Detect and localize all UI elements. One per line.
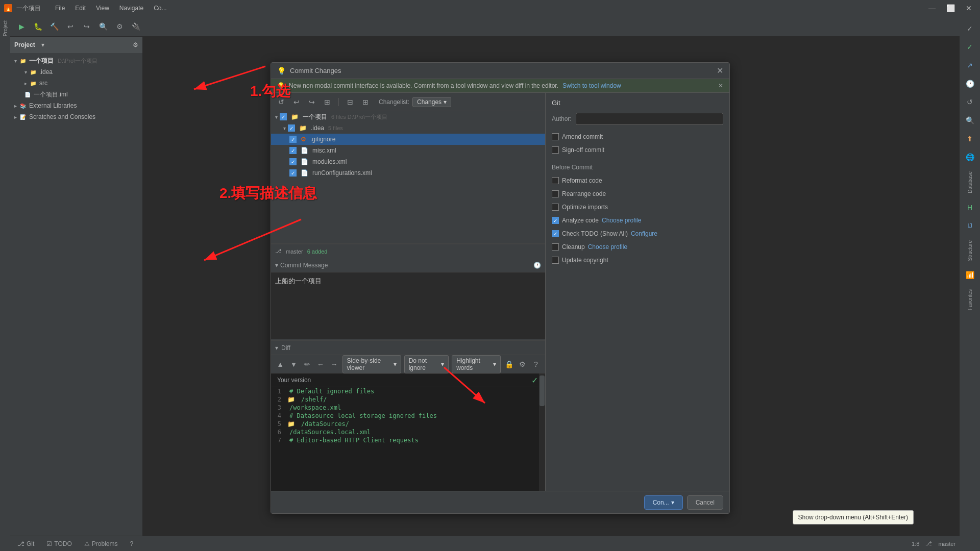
tree-item-external[interactable]: ▸ 📚 External Libraries (10, 100, 142, 111)
git-bottom-item[interactable]: ⎇ Git (14, 539, 37, 548)
rt-favorites-label[interactable]: Favorites (967, 285, 973, 314)
rt-arrow-icon[interactable]: ↗ (962, 57, 978, 73)
diff-line-content-6: /dataSources.local.xml (285, 429, 371, 436)
collapse-button[interactable]: ⊞ (359, 96, 372, 108)
group-button[interactable]: ⊞ (321, 96, 333, 108)
tree-item-scratches[interactable]: ▸ 📝 Scratches and Consoles (10, 111, 142, 122)
diff-scrollbar[interactable] (539, 373, 545, 491)
commit-message-info-icon[interactable]: 🕐 (533, 262, 541, 269)
diff-lock-button[interactable]: 🔒 (504, 358, 514, 370)
expand-button[interactable]: ⊟ (344, 96, 356, 108)
diff-scrollbar-thumb[interactable] (540, 375, 545, 406)
toolbar-redo-icon[interactable]: ↪ (80, 19, 94, 34)
changes-modules-item[interactable]: ✓ 📄 modules.xml (271, 156, 545, 167)
menu-edit[interactable]: Edit (71, 4, 90, 13)
analyze-checkbox[interactable]: ✓ (552, 217, 559, 224)
refresh-button[interactable]: ↺ (275, 96, 287, 108)
todo-checkbox[interactable]: ✓ (552, 230, 559, 237)
switch-to-tool-window-link[interactable]: Switch to tool window (562, 82, 621, 89)
notification-close-button[interactable]: ✕ (718, 82, 723, 89)
toolbar-settings-icon[interactable]: ⚙ (112, 19, 127, 34)
changes-idea-item[interactable]: ▾ ✓ 📁 .idea 5 files (271, 122, 545, 134)
signoff-commit-checkbox[interactable] (552, 146, 559, 154)
diff-ignore-dropdown[interactable]: Do not ignore ▾ (404, 355, 449, 373)
menu-co[interactable]: Co... (150, 4, 170, 13)
tree-item-src[interactable]: ▸ 📁 src (10, 78, 142, 89)
help-bottom-item[interactable]: ? (127, 539, 136, 548)
diff-next-button[interactable]: → (329, 358, 339, 370)
rt-up-icon[interactable]: ⬆ (962, 131, 978, 147)
rt-check1-icon[interactable]: ✓ (962, 20, 978, 37)
diff-your-version-label: Your version (271, 373, 545, 387)
diff-settings-button[interactable]: ⚙ (517, 358, 527, 370)
problems-bottom-item[interactable]: ⚠ Problems (81, 539, 121, 548)
diff-help-button[interactable]: ? (531, 358, 541, 370)
menu-view[interactable]: View (92, 4, 113, 13)
diff-edit-button[interactable]: ✏ (302, 358, 312, 370)
minimize-button[interactable]: — (925, 3, 939, 13)
rt-intellij-icon[interactable]: IJ (962, 218, 978, 234)
close-button[interactable]: ✕ (962, 3, 976, 13)
tree-item-iml[interactable]: 📄 一个项目.iml (10, 89, 142, 100)
rt-wifi-icon[interactable]: 📶 (962, 267, 978, 283)
rearrange-checkbox[interactable] (552, 190, 559, 197)
dialog-close-button[interactable]: ✕ (717, 66, 723, 76)
menu-navigate[interactable]: Navigate (115, 4, 148, 13)
rt-search-icon[interactable]: 🔍 (962, 112, 978, 129)
cleanup-profile-link[interactable]: Choose profile (588, 243, 627, 251)
changes-modules-checkbox[interactable]: ✓ (289, 158, 297, 165)
analyze-profile-link[interactable]: Choose profile (602, 217, 641, 224)
tree-folder-src-icon: 📁 (30, 81, 36, 86)
changes-root-item[interactable]: ▾ ✓ 📁 一个项目 6 files D:\Pro\一个项目 (271, 111, 545, 122)
toolbar-undo-icon[interactable]: ↩ (63, 19, 78, 34)
tree-item-root[interactable]: ▾ 📁 一个项目 D:\Pro\一个项目 (10, 55, 142, 66)
rt-h-icon[interactable]: H (962, 199, 978, 216)
diff-up-button[interactable]: ▲ (275, 358, 285, 370)
changes-idea-checkbox[interactable]: ✓ (288, 124, 295, 132)
toolbar-debug-icon[interactable]: 🐛 (31, 19, 45, 34)
diff-down-button[interactable]: ▼ (288, 358, 299, 370)
changelist-dropdown[interactable]: Changes ▾ (412, 97, 451, 107)
toolbar-build-icon[interactable]: 🔨 (47, 19, 61, 34)
rt-globe-icon[interactable]: 🌐 (962, 149, 978, 165)
rt-structure-label[interactable]: Structure (967, 236, 973, 265)
left-project-label[interactable]: Project (3, 20, 8, 36)
tree-file-iml-icon: 📄 (24, 92, 31, 97)
cleanup-checkbox[interactable] (552, 243, 559, 251)
toolbar-search-icon[interactable]: 🔍 (96, 19, 110, 34)
todo-bottom-item[interactable]: ☑ TODO (43, 539, 75, 548)
redo-button[interactable]: ↪ (306, 96, 318, 108)
rt-check2-icon[interactable]: ✓ (962, 39, 978, 55)
changes-root-checkbox[interactable]: ✓ (280, 113, 287, 120)
project-settings-icon[interactable]: ⚙ (133, 41, 138, 48)
diff-viewer-dropdown[interactable]: Side-by-side viewer ▾ (342, 355, 401, 373)
author-input[interactable] (576, 113, 723, 125)
changes-gitignore-item[interactable]: ✓ ⚙ .gitignore (271, 134, 545, 145)
changes-misc-item[interactable]: ✓ 📄 misc.xml (271, 145, 545, 156)
changes-misc-checkbox[interactable]: ✓ (289, 147, 297, 154)
tree-item-idea[interactable]: ▾ 📁 .idea (10, 66, 142, 78)
cancel-button[interactable]: Cancel (687, 495, 723, 510)
commit-message-header[interactable]: ▾ Commit Message 🕐 (271, 258, 545, 272)
copyright-checkbox[interactable] (552, 257, 559, 264)
changes-gitignore-checkbox[interactable]: ✓ (289, 136, 297, 143)
rt-clock-icon[interactable]: 🕐 (962, 76, 978, 92)
commit-button[interactable]: Con... ▾ (644, 495, 683, 510)
toolbar-run-icon[interactable]: ▶ (14, 19, 29, 34)
menu-file[interactable]: File (51, 4, 69, 13)
maximize-button[interactable]: ⬜ (943, 3, 958, 13)
changes-run-checkbox[interactable]: ✓ (289, 169, 297, 177)
diff-highlight-dropdown[interactable]: Highlight words ▾ (452, 355, 501, 373)
amend-commit-checkbox[interactable] (552, 133, 559, 140)
rt-refresh-icon[interactable]: ↺ (962, 94, 978, 110)
undo-button[interactable]: ↩ (290, 96, 303, 108)
toolbar-plugin-icon[interactable]: 🔌 (129, 19, 143, 34)
optimize-checkbox[interactable] (552, 204, 559, 211)
reformat-checkbox[interactable] (552, 177, 559, 184)
commit-message-input[interactable]: 上船的一个项目 (271, 272, 545, 339)
diff-label: Diff (281, 344, 290, 352)
todo-configure-link[interactable]: Configure (631, 230, 657, 237)
changes-run-item[interactable]: ✓ 📄 runConfigurations.xml (271, 167, 545, 179)
diff-prev-button[interactable]: ← (315, 358, 326, 370)
rt-database-label[interactable]: Database (967, 167, 973, 197)
